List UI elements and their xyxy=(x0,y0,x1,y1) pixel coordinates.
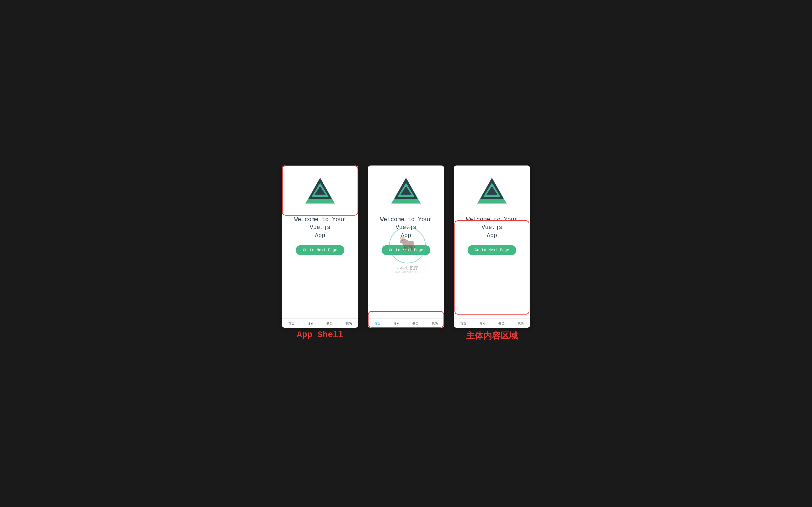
vue-logo-middle xyxy=(382,173,430,211)
phone-middle: Welcome to Your Vue.jsApp Go to Next Pag… xyxy=(368,166,444,328)
bottom-nav-right: 首页 搜索 分类 我的 xyxy=(454,318,530,328)
label-right: 主体内容区域 xyxy=(466,330,518,342)
phone-right: Welcome to Your Vue.jsApp Go to Next Pag… xyxy=(454,166,530,328)
vue-logo-right xyxy=(468,173,516,211)
phone-middle-col: Welcome to Your Vue.jsApp Go to Next Pag… xyxy=(368,166,444,328)
bottom-nav-left: 首页 搜索 分类 我的 xyxy=(282,318,358,328)
phone-left-col: Welcome to Your Vue.jsApp Go to Next Pag… xyxy=(282,166,358,340)
nav-search-left[interactable]: 搜索 xyxy=(301,322,320,326)
next-page-btn-right[interactable]: Go to Next Page xyxy=(468,245,516,255)
welcome-text-middle: Welcome to Your Vue.jsApp xyxy=(372,216,440,240)
main-container: Welcome to Your Vue.jsApp Go to Next Pag… xyxy=(239,166,573,342)
red-outline-bottom-middle xyxy=(368,311,444,328)
next-page-btn-middle[interactable]: Go to Next Page xyxy=(382,245,430,255)
nav-home-right[interactable]: 首页 xyxy=(454,322,473,326)
phone-middle-content: Welcome to Your Vue.jsApp Go to Next Pag… xyxy=(368,166,444,318)
nav-category-left[interactable]: 分类 xyxy=(320,322,339,326)
phone-right-content: Welcome to Your Vue.jsApp Go to Next Pag… xyxy=(454,166,530,318)
welcome-text-right: Welcome to Your Vue.jsApp xyxy=(458,216,525,240)
welcome-text-left: Welcome to Your Vue.jsApp xyxy=(287,216,354,240)
next-page-btn-left[interactable]: Go to Next Page xyxy=(296,245,344,255)
nav-mine-right[interactable]: 我的 xyxy=(511,322,530,326)
nav-search-right[interactable]: 搜索 xyxy=(473,322,492,326)
phone-right-col: Welcome to Your Vue.jsApp Go to Next Pag… xyxy=(454,166,530,342)
phone-left: Welcome to Your Vue.jsApp Go to Next Pag… xyxy=(282,166,358,328)
label-left: App Shell xyxy=(297,330,343,340)
phones-row: Welcome to Your Vue.jsApp Go to Next Pag… xyxy=(282,166,530,342)
red-outline-top-left xyxy=(282,166,358,216)
nav-category-right[interactable]: 分类 xyxy=(492,322,511,326)
nav-home-left[interactable]: 首页 xyxy=(282,322,301,326)
nav-mine-left[interactable]: 我的 xyxy=(339,322,358,326)
